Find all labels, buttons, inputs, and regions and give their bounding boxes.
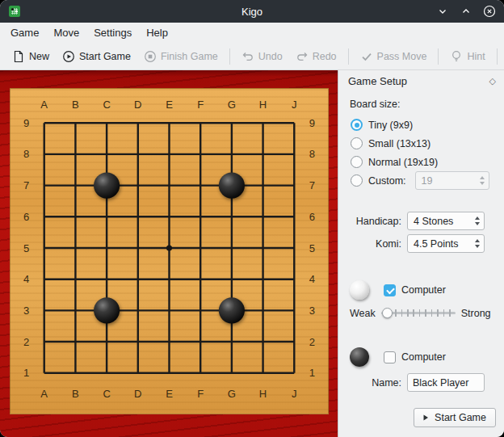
close-icon[interactable] bbox=[483, 5, 496, 18]
finish-game-icon bbox=[144, 50, 157, 63]
black-player-name-input[interactable] bbox=[407, 373, 485, 392]
board-coord-left: 9 bbox=[23, 117, 29, 129]
radio-row-small[interactable]: Small (13x13) bbox=[351, 137, 504, 150]
board-coord-right: 8 bbox=[309, 148, 315, 160]
handicap-row: Handicap: 4 Stones bbox=[348, 212, 494, 230]
board-coord-left: 8 bbox=[23, 148, 29, 160]
board-coord-right: 6 bbox=[309, 211, 315, 223]
board-coord-top: F bbox=[197, 99, 204, 111]
radio-small-label: Small (13x13) bbox=[368, 138, 430, 149]
black-stone bbox=[219, 297, 245, 323]
radio-normal-label: Normal (19x19) bbox=[368, 157, 438, 168]
radio-tiny[interactable] bbox=[351, 119, 363, 131]
white-stone-icon bbox=[350, 280, 369, 300]
start-game-icon bbox=[62, 50, 75, 63]
slider-handle[interactable] bbox=[382, 308, 393, 318]
game-setup-panel: Game Setup ◇ Board size: Tiny (9x9) Smal… bbox=[338, 70, 504, 437]
redo-icon bbox=[296, 50, 309, 63]
board-grid[interactable]: AA99BB88CC77DD66EE55FF44GG33HH22JJ11 bbox=[10, 89, 328, 414]
board-coord-top: H bbox=[259, 99, 267, 111]
pass-move-button[interactable]: Pass Move bbox=[355, 47, 433, 66]
spin-down-icon[interactable] bbox=[480, 182, 485, 185]
spin-up-icon[interactable] bbox=[480, 176, 485, 179]
komi-label: Komi: bbox=[348, 238, 401, 250]
start-game-button[interactable]: Start Game bbox=[57, 47, 136, 66]
handicap-spinbox[interactable]: 4 Stones bbox=[407, 212, 485, 230]
radio-row-normal[interactable]: Normal (19x19) bbox=[351, 155, 504, 169]
board-coord-top: G bbox=[228, 99, 236, 111]
new-document-icon bbox=[12, 50, 25, 63]
toolbar-separator bbox=[497, 48, 498, 65]
weak-label: Weak bbox=[350, 308, 376, 319]
radio-custom[interactable] bbox=[351, 174, 363, 187]
start-game-panel-button[interactable]: Start Game bbox=[414, 408, 496, 427]
spin-down-icon[interactable] bbox=[475, 245, 480, 248]
undo-button[interactable]: Undo bbox=[236, 47, 288, 66]
radio-row-tiny[interactable]: Tiny (9x9) bbox=[351, 118, 504, 132]
black-stone-icon bbox=[350, 347, 369, 367]
black-name-row: Name: bbox=[348, 373, 494, 392]
board-coord-bottom: F bbox=[197, 388, 204, 400]
panel-title: Game Setup bbox=[348, 75, 407, 87]
maximize-icon[interactable] bbox=[460, 5, 472, 18]
black-stone bbox=[94, 173, 120, 199]
redo-button[interactable]: Redo bbox=[290, 47, 342, 66]
board-size-label: Board size: bbox=[350, 99, 504, 110]
pass-move-button-label: Pass Move bbox=[377, 51, 427, 62]
board-coord-top: B bbox=[72, 99, 79, 111]
board-coord-left: 3 bbox=[23, 305, 29, 317]
black-computer-checkbox[interactable] bbox=[384, 351, 396, 363]
new-button[interactable]: New bbox=[6, 47, 55, 66]
dock-float-icon[interactable]: ◇ bbox=[489, 77, 496, 86]
board-coord-bottom: E bbox=[166, 388, 173, 400]
black-stone bbox=[94, 297, 120, 323]
spin-up-icon[interactable] bbox=[475, 216, 480, 220]
spin-down-icon[interactable] bbox=[475, 222, 480, 225]
black-name-label: Name: bbox=[348, 377, 401, 389]
minimize-icon[interactable] bbox=[436, 5, 449, 18]
board-coord-left: 7 bbox=[23, 179, 29, 191]
window-title: Kigo bbox=[0, 6, 504, 18]
board-coord-right: 2 bbox=[309, 336, 315, 348]
board-coord-top: J bbox=[292, 99, 297, 111]
radio-small[interactable] bbox=[351, 137, 363, 149]
finish-game-button[interactable]: Finish Game bbox=[138, 47, 224, 66]
toolbar-separator bbox=[438, 48, 439, 65]
menu-move[interactable]: Move bbox=[46, 24, 86, 41]
menu-settings[interactable]: Settings bbox=[86, 24, 139, 41]
start-game-panel-label: Start Game bbox=[435, 412, 486, 423]
black-computer-label: Computer bbox=[401, 351, 446, 363]
menu-game[interactable]: Game bbox=[3, 24, 46, 41]
board-coord-right: 7 bbox=[309, 179, 315, 191]
board-coord-top: C bbox=[103, 99, 110, 111]
app-icon bbox=[8, 5, 21, 18]
spin-up-icon[interactable] bbox=[475, 239, 480, 242]
handicap-label: Handicap: bbox=[348, 216, 401, 227]
board-coord-bottom: B bbox=[72, 388, 79, 400]
custom-size-spinbox[interactable]: 19 bbox=[415, 171, 489, 190]
board-coord-bottom: H bbox=[259, 388, 267, 400]
go-board[interactable]: AA99BB88CC77DD66EE55FF44GG33HH22JJ11 bbox=[10, 88, 329, 414]
hint-button[interactable]: Hint bbox=[444, 47, 490, 66]
board-coord-right: 9 bbox=[309, 117, 315, 129]
komi-value: 4.5 Points bbox=[414, 238, 459, 250]
white-computer-option[interactable]: Computer bbox=[384, 284, 446, 296]
go-board-area[interactable]: AA99BB88CC77DD66EE55FF44GG33HH22JJ11 bbox=[0, 70, 338, 437]
redo-button-label: Redo bbox=[313, 51, 337, 62]
white-strength-row: Weak Strong bbox=[350, 306, 494, 320]
komi-row: Komi: 4.5 Points bbox=[348, 234, 494, 253]
komi-spinbox[interactable]: 4.5 Points bbox=[407, 234, 485, 253]
white-player-row: Computer bbox=[350, 280, 494, 300]
radio-normal[interactable] bbox=[351, 156, 363, 168]
menu-help[interactable]: Help bbox=[139, 24, 175, 41]
star-point bbox=[166, 245, 172, 250]
black-computer-option[interactable]: Computer bbox=[384, 351, 446, 363]
new-button-label: New bbox=[29, 51, 49, 62]
radio-row-custom[interactable]: Custom: 19 bbox=[351, 174, 504, 187]
board-coord-right: 4 bbox=[309, 273, 315, 285]
undo-button-label: Undo bbox=[258, 51, 283, 62]
white-strength-slider[interactable] bbox=[381, 306, 456, 320]
white-computer-checkbox[interactable] bbox=[384, 284, 396, 296]
board-coord-bottom: G bbox=[228, 388, 236, 400]
hint-button-label: Hint bbox=[467, 51, 485, 62]
